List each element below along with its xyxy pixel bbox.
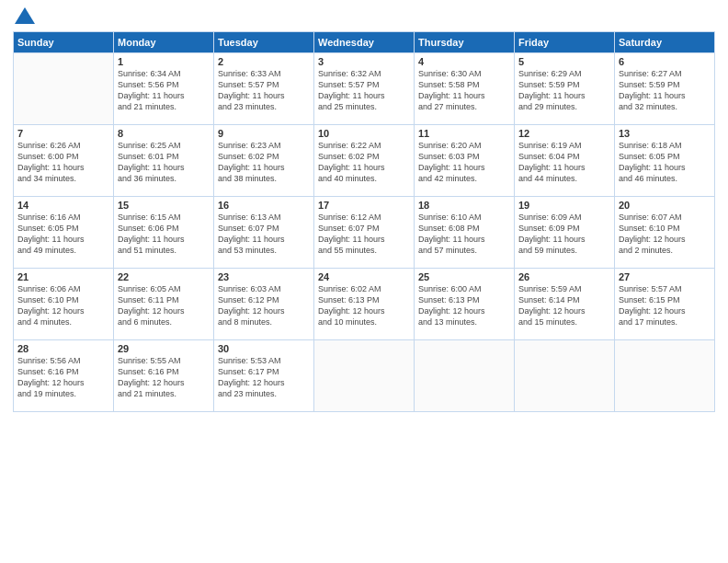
day-number: 30 bbox=[218, 343, 310, 354]
day-number: 12 bbox=[518, 128, 610, 139]
calendar-cell: 18Sunrise: 6:10 AM Sunset: 6:08 PM Dayli… bbox=[415, 197, 515, 269]
day-number: 27 bbox=[619, 271, 711, 282]
day-info: Sunrise: 6:33 AM Sunset: 5:57 PM Dayligh… bbox=[218, 68, 310, 113]
day-info: Sunrise: 6:16 AM Sunset: 6:05 PM Dayligh… bbox=[17, 212, 109, 257]
day-info: Sunrise: 6:25 AM Sunset: 6:01 PM Dayligh… bbox=[118, 140, 210, 185]
week-row-3: 14Sunrise: 6:16 AM Sunset: 6:05 PM Dayli… bbox=[14, 197, 715, 269]
day-number: 23 bbox=[218, 271, 310, 282]
calendar-cell: 24Sunrise: 6:02 AM Sunset: 6:13 PM Dayli… bbox=[314, 269, 415, 340]
day-info: Sunrise: 6:13 AM Sunset: 6:07 PM Dayligh… bbox=[218, 212, 310, 257]
calendar-cell: 9Sunrise: 6:23 AM Sunset: 6:02 PM Daylig… bbox=[214, 125, 314, 197]
day-number: 25 bbox=[418, 271, 510, 282]
week-row-1: 1Sunrise: 6:34 AM Sunset: 5:56 PM Daylig… bbox=[14, 53, 715, 125]
day-number: 11 bbox=[418, 128, 510, 139]
day-info: Sunrise: 6:02 AM Sunset: 6:13 PM Dayligh… bbox=[318, 283, 410, 328]
calendar-cell: 15Sunrise: 6:15 AM Sunset: 6:06 PM Dayli… bbox=[114, 197, 214, 269]
day-number: 14 bbox=[17, 200, 109, 211]
day-number: 8 bbox=[118, 128, 210, 139]
week-row-4: 21Sunrise: 6:06 AM Sunset: 6:10 PM Dayli… bbox=[14, 269, 715, 340]
calendar-cell bbox=[515, 340, 615, 412]
calendar-cell: 2Sunrise: 6:33 AM Sunset: 5:57 PM Daylig… bbox=[214, 53, 314, 125]
header bbox=[13, 9, 715, 24]
day-info: Sunrise: 6:09 AM Sunset: 6:09 PM Dayligh… bbox=[518, 212, 610, 257]
calendar-cell: 11Sunrise: 6:20 AM Sunset: 6:03 PM Dayli… bbox=[415, 125, 515, 197]
weekday-header-wednesday: Wednesday bbox=[314, 32, 415, 53]
calendar-cell: 20Sunrise: 6:07 AM Sunset: 6:10 PM Dayli… bbox=[615, 197, 715, 269]
day-number: 3 bbox=[318, 56, 410, 67]
day-info: Sunrise: 6:30 AM Sunset: 5:58 PM Dayligh… bbox=[418, 68, 510, 113]
calendar-table: SundayMondayTuesdayWednesdayThursdayFrid… bbox=[13, 31, 715, 412]
weekday-header-sunday: Sunday bbox=[14, 32, 114, 53]
day-number: 20 bbox=[619, 200, 711, 211]
day-number: 19 bbox=[518, 200, 610, 211]
day-number: 21 bbox=[17, 271, 109, 282]
calendar-cell: 26Sunrise: 5:59 AM Sunset: 6:14 PM Dayli… bbox=[515, 269, 615, 340]
day-info: Sunrise: 6:22 AM Sunset: 6:02 PM Dayligh… bbox=[318, 140, 410, 185]
weekday-header-thursday: Thursday bbox=[415, 32, 515, 53]
weekday-header-friday: Friday bbox=[515, 32, 615, 53]
day-number: 2 bbox=[218, 56, 310, 67]
calendar-cell: 8Sunrise: 6:25 AM Sunset: 6:01 PM Daylig… bbox=[114, 125, 214, 197]
weekday-header-saturday: Saturday bbox=[615, 32, 715, 53]
calendar-cell: 12Sunrise: 6:19 AM Sunset: 6:04 PM Dayli… bbox=[515, 125, 615, 197]
day-info: Sunrise: 6:18 AM Sunset: 6:05 PM Dayligh… bbox=[619, 140, 711, 185]
day-info: Sunrise: 6:00 AM Sunset: 6:13 PM Dayligh… bbox=[418, 283, 510, 328]
day-info: Sunrise: 6:23 AM Sunset: 6:02 PM Dayligh… bbox=[218, 140, 310, 185]
day-info: Sunrise: 6:34 AM Sunset: 5:56 PM Dayligh… bbox=[118, 68, 210, 113]
calendar-cell: 4Sunrise: 6:30 AM Sunset: 5:58 PM Daylig… bbox=[415, 53, 515, 125]
calendar-cell: 5Sunrise: 6:29 AM Sunset: 5:59 PM Daylig… bbox=[515, 53, 615, 125]
day-number: 4 bbox=[418, 56, 510, 67]
day-number: 15 bbox=[118, 200, 210, 211]
day-number: 28 bbox=[17, 343, 109, 354]
calendar-cell: 10Sunrise: 6:22 AM Sunset: 6:02 PM Dayli… bbox=[314, 125, 415, 197]
calendar-cell: 7Sunrise: 6:26 AM Sunset: 6:00 PM Daylig… bbox=[14, 125, 114, 197]
day-info: Sunrise: 6:03 AM Sunset: 6:12 PM Dayligh… bbox=[218, 283, 310, 328]
calendar-cell bbox=[615, 340, 715, 412]
day-info: Sunrise: 6:26 AM Sunset: 6:00 PM Dayligh… bbox=[17, 140, 109, 185]
calendar-cell: 28Sunrise: 5:56 AM Sunset: 6:16 PM Dayli… bbox=[14, 340, 114, 412]
calendar-cell: 19Sunrise: 6:09 AM Sunset: 6:09 PM Dayli… bbox=[515, 197, 615, 269]
day-info: Sunrise: 5:55 AM Sunset: 6:16 PM Dayligh… bbox=[118, 355, 210, 400]
logo-icon bbox=[15, 7, 35, 24]
day-number: 24 bbox=[318, 271, 410, 282]
day-info: Sunrise: 6:06 AM Sunset: 6:10 PM Dayligh… bbox=[17, 283, 109, 328]
calendar-cell: 30Sunrise: 5:53 AM Sunset: 6:17 PM Dayli… bbox=[214, 340, 314, 412]
calendar-cell: 27Sunrise: 5:57 AM Sunset: 6:15 PM Dayli… bbox=[615, 269, 715, 340]
day-info: Sunrise: 6:27 AM Sunset: 5:59 PM Dayligh… bbox=[619, 68, 711, 113]
calendar-cell: 13Sunrise: 6:18 AM Sunset: 6:05 PM Dayli… bbox=[615, 125, 715, 197]
day-info: Sunrise: 5:53 AM Sunset: 6:17 PM Dayligh… bbox=[218, 355, 310, 400]
day-info: Sunrise: 6:07 AM Sunset: 6:10 PM Dayligh… bbox=[619, 212, 711, 257]
calendar-cell: 22Sunrise: 6:05 AM Sunset: 6:11 PM Dayli… bbox=[114, 269, 214, 340]
day-info: Sunrise: 5:59 AM Sunset: 6:14 PM Dayligh… bbox=[518, 283, 610, 328]
day-info: Sunrise: 6:29 AM Sunset: 5:59 PM Dayligh… bbox=[518, 68, 610, 113]
day-number: 17 bbox=[318, 200, 410, 211]
day-number: 26 bbox=[518, 271, 610, 282]
calendar-cell: 17Sunrise: 6:12 AM Sunset: 6:07 PM Dayli… bbox=[314, 197, 415, 269]
day-number: 13 bbox=[619, 128, 711, 139]
calendar-cell: 6Sunrise: 6:27 AM Sunset: 5:59 PM Daylig… bbox=[615, 53, 715, 125]
calendar-cell: 1Sunrise: 6:34 AM Sunset: 5:56 PM Daylig… bbox=[114, 53, 214, 125]
calendar-cell: 16Sunrise: 6:13 AM Sunset: 6:07 PM Dayli… bbox=[214, 197, 314, 269]
day-info: Sunrise: 5:56 AM Sunset: 6:16 PM Dayligh… bbox=[17, 355, 109, 400]
calendar-cell bbox=[314, 340, 415, 412]
week-row-5: 28Sunrise: 5:56 AM Sunset: 6:16 PM Dayli… bbox=[14, 340, 715, 412]
day-number: 5 bbox=[518, 56, 610, 67]
logo bbox=[13, 9, 35, 24]
calendar-cell: 29Sunrise: 5:55 AM Sunset: 6:16 PM Dayli… bbox=[114, 340, 214, 412]
day-number: 18 bbox=[418, 200, 510, 211]
day-info: Sunrise: 6:19 AM Sunset: 6:04 PM Dayligh… bbox=[518, 140, 610, 185]
day-info: Sunrise: 6:15 AM Sunset: 6:06 PM Dayligh… bbox=[118, 212, 210, 257]
day-number: 29 bbox=[118, 343, 210, 354]
calendar-cell bbox=[415, 340, 515, 412]
svg-marker-0 bbox=[15, 7, 35, 24]
day-number: 10 bbox=[318, 128, 410, 139]
weekday-header-monday: Monday bbox=[114, 32, 214, 53]
day-info: Sunrise: 6:10 AM Sunset: 6:08 PM Dayligh… bbox=[418, 212, 510, 257]
weekday-header-tuesday: Tuesday bbox=[214, 32, 314, 53]
calendar-cell: 21Sunrise: 6:06 AM Sunset: 6:10 PM Dayli… bbox=[14, 269, 114, 340]
day-number: 7 bbox=[17, 128, 109, 139]
day-number: 9 bbox=[218, 128, 310, 139]
day-number: 22 bbox=[118, 271, 210, 282]
day-info: Sunrise: 6:12 AM Sunset: 6:07 PM Dayligh… bbox=[318, 212, 410, 257]
day-info: Sunrise: 6:32 AM Sunset: 5:57 PM Dayligh… bbox=[318, 68, 410, 113]
